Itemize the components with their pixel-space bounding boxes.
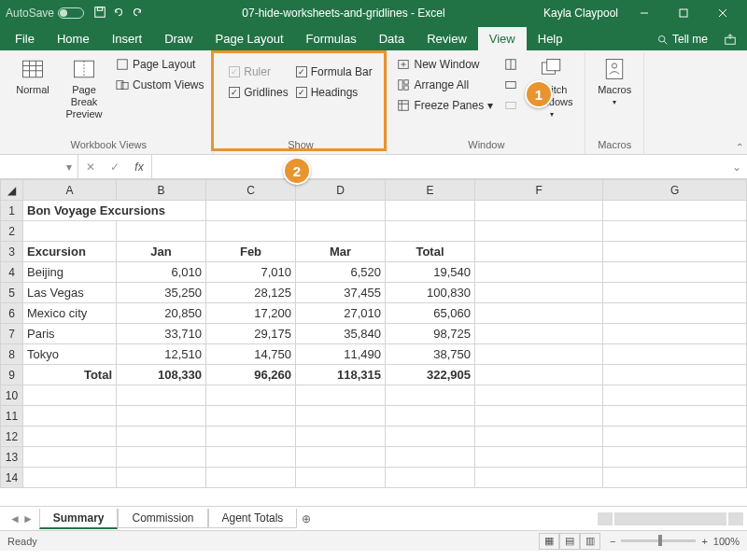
page-layout-view-icon[interactable]: ▤ xyxy=(559,533,580,550)
chevron-down-icon[interactable]: ▾ xyxy=(66,161,72,174)
cell[interactable]: 14,750 xyxy=(206,344,296,365)
cell[interactable] xyxy=(23,468,117,488)
cell[interactable] xyxy=(23,406,117,427)
normal-view-icon[interactable]: ▦ xyxy=(539,533,559,550)
cell[interactable] xyxy=(603,283,747,303)
cell[interactable] xyxy=(23,221,117,242)
row-header[interactable]: 3 xyxy=(1,242,23,262)
row-header[interactable]: 14 xyxy=(1,468,23,488)
cell[interactable] xyxy=(296,447,386,468)
gridlines-checkbox[interactable]: ✓Gridlines xyxy=(225,82,291,103)
cell[interactable] xyxy=(386,447,475,468)
cell[interactable]: Las Vegas xyxy=(23,283,117,303)
cell[interactable] xyxy=(23,385,117,406)
undo-icon[interactable] xyxy=(112,6,125,21)
cell[interactable]: 37,455 xyxy=(296,283,386,303)
row-header[interactable]: 5 xyxy=(1,283,23,303)
sheet-tab-agent-totals[interactable]: Agent Totals xyxy=(208,509,298,528)
tab-view[interactable]: View xyxy=(478,27,527,50)
save-icon[interactable] xyxy=(93,6,106,21)
zoom-out-button[interactable]: − xyxy=(610,536,615,547)
cell[interactable] xyxy=(475,447,603,468)
row-header[interactable]: 12 xyxy=(1,427,23,447)
cell[interactable] xyxy=(296,221,386,242)
cell[interactable] xyxy=(475,303,603,324)
toggle-off-icon[interactable] xyxy=(58,7,84,19)
cell[interactable]: 29,175 xyxy=(206,324,296,344)
cell[interactable]: 20,850 xyxy=(117,303,206,324)
row-header[interactable]: 1 xyxy=(1,201,23,221)
cell[interactable] xyxy=(603,468,747,488)
row-header[interactable]: 2 xyxy=(1,221,23,242)
tab-data[interactable]: Data xyxy=(368,27,416,50)
cell[interactable] xyxy=(206,406,296,427)
col-header[interactable]: B xyxy=(117,180,206,201)
cell[interactable]: 108,330 xyxy=(117,365,206,385)
cell[interactable]: Total xyxy=(386,242,475,262)
cell[interactable] xyxy=(296,427,386,447)
tell-me-search[interactable]: Tell me xyxy=(647,28,717,50)
row-header[interactable]: 10 xyxy=(1,385,23,406)
cell[interactable] xyxy=(475,324,603,344)
cell[interactable] xyxy=(603,262,747,283)
cell[interactable]: Mar xyxy=(296,242,386,262)
redo-icon[interactable] xyxy=(131,6,144,21)
cell[interactable]: 11,490 xyxy=(296,344,386,365)
cell[interactable] xyxy=(603,385,747,406)
row-header[interactable]: 13 xyxy=(1,447,23,468)
user-name[interactable]: Kayla Claypool xyxy=(543,7,618,20)
cell[interactable]: Total xyxy=(23,365,117,385)
cell[interactable]: Jan xyxy=(117,242,206,262)
macros-button[interactable]: Macros▾ xyxy=(591,54,638,109)
cell[interactable] xyxy=(117,427,206,447)
custom-views-button[interactable]: Custom Views xyxy=(112,75,207,95)
hscroll-track[interactable] xyxy=(614,512,726,525)
cell[interactable]: 6,520 xyxy=(296,262,386,283)
page-layout-button[interactable]: Page Layout xyxy=(112,54,207,75)
cell[interactable]: Beijing xyxy=(23,262,117,283)
sheet-tab-commission[interactable]: Commission xyxy=(118,509,207,528)
cell[interactable] xyxy=(475,201,603,221)
cell[interactable] xyxy=(386,201,475,221)
cell[interactable] xyxy=(603,242,747,262)
cell[interactable] xyxy=(475,283,603,303)
cell[interactable] xyxy=(23,427,117,447)
close-button[interactable] xyxy=(704,0,741,26)
zoom-slider[interactable] xyxy=(621,539,696,542)
cell[interactable]: 118,315 xyxy=(296,365,386,385)
cell[interactable]: Excursion xyxy=(23,242,117,262)
select-all-corner[interactable]: ◢ xyxy=(1,180,23,201)
cell[interactable] xyxy=(117,406,206,427)
cell[interactable]: 100,830 xyxy=(386,283,475,303)
page-break-preview-button[interactable]: Page Break Preview xyxy=(56,54,112,123)
worksheet-grid[interactable]: ◢ A B C D E F G 1Bon Voyage Excursions 2… xyxy=(0,179,747,506)
cell[interactable] xyxy=(206,221,296,242)
cell[interactable] xyxy=(23,447,117,468)
prev-sheet-icon[interactable]: ◄ xyxy=(9,512,21,525)
cell[interactable] xyxy=(475,365,603,385)
arrange-all-button[interactable]: Arrange All xyxy=(393,75,497,95)
enter-formula-icon[interactable]: ✓ xyxy=(103,155,127,178)
tab-insert[interactable]: Insert xyxy=(101,27,154,50)
hscroll-right-icon[interactable] xyxy=(728,512,743,525)
hide-button[interactable] xyxy=(500,75,521,95)
cell[interactable] xyxy=(296,385,386,406)
cell[interactable]: Paris xyxy=(23,324,117,344)
cell[interactable] xyxy=(206,201,296,221)
name-box[interactable]: ▾ xyxy=(0,155,78,178)
cell[interactable]: 7,010 xyxy=(206,262,296,283)
cell[interactable] xyxy=(475,262,603,283)
tab-formulas[interactable]: Formulas xyxy=(295,27,368,50)
formula-bar-checkbox[interactable]: ✓Formula Bar xyxy=(292,62,376,82)
cell[interactable]: 33,710 xyxy=(117,324,206,344)
col-header[interactable]: E xyxy=(386,180,475,201)
row-header[interactable]: 7 xyxy=(1,324,23,344)
row-header[interactable]: 11 xyxy=(1,406,23,427)
cell[interactable] xyxy=(603,221,747,242)
cell[interactable] xyxy=(386,427,475,447)
cell[interactable] xyxy=(603,427,747,447)
cell[interactable] xyxy=(386,406,475,427)
cell[interactable] xyxy=(206,385,296,406)
cancel-formula-icon[interactable]: ✕ xyxy=(78,155,103,178)
col-header[interactable]: F xyxy=(475,180,603,201)
